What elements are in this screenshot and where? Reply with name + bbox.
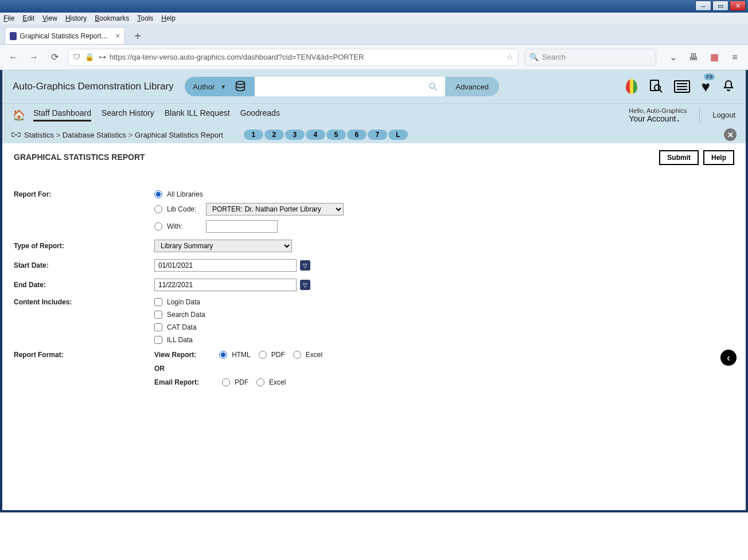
radio-label: Excel	[269, 378, 286, 386]
address-bar[interactable]: 🛡 🔒 ⊶ ☆	[68, 49, 519, 66]
collapse-panel-button[interactable]: ‹	[720, 350, 737, 366]
advanced-search-button[interactable]: Advanced	[445, 77, 499, 96]
window-close-button[interactable]: ✕	[730, 1, 746, 11]
breadcrumb-item[interactable]: Database Statistics	[63, 131, 126, 139]
lists-icon[interactable]	[674, 80, 690, 93]
breadcrumb-item[interactable]: Statistics	[24, 131, 54, 139]
heart-icon[interactable]: ♥F9	[702, 78, 710, 96]
hamburger-icon[interactable]: ≡	[727, 50, 742, 65]
browser-menu-tools[interactable]: Tools	[137, 14, 153, 22]
breadcrumb-row: Statistics > Database Statistics > Graph…	[2, 126, 746, 143]
checkbox-cat-data[interactable]: CAT Data	[154, 323, 205, 331]
type-of-report-label: Type of Report:	[14, 242, 154, 250]
email-radio-excel[interactable]: Excel	[256, 378, 286, 386]
window-minimize-button[interactable]: –	[695, 1, 711, 11]
chain-icon	[11, 131, 21, 138]
app-header: Auto-Graphics Demonstration Library Auth…	[2, 70, 746, 103]
page-button-5[interactable]: 5	[326, 130, 346, 140]
radio-with[interactable]: With:	[154, 222, 201, 230]
nav-tab-goodreads[interactable]: Goodreads	[240, 108, 280, 122]
page-button-6[interactable]: 6	[347, 130, 367, 140]
search-category-label: Author	[193, 83, 215, 91]
svg-line-5	[660, 90, 662, 92]
star-icon[interactable]: ☆	[507, 53, 513, 61]
svg-point-0	[236, 81, 245, 85]
balloon-icon[interactable]	[626, 79, 637, 94]
radio-all-libraries[interactable]: All Libraries	[154, 190, 344, 198]
database-icon[interactable]	[234, 80, 247, 93]
key-icon: ⊶	[99, 53, 105, 61]
checkbox-label: Login Data	[167, 298, 200, 306]
end-date-input[interactable]	[154, 279, 297, 291]
view-radio-excel[interactable]: Excel	[293, 351, 322, 359]
close-breadcrumb-button[interactable]: ✕	[724, 128, 737, 141]
back-button[interactable]: ←	[6, 50, 21, 65]
page-button-L[interactable]: L	[388, 130, 408, 140]
search-category-select[interactable]: Author ▼	[185, 77, 255, 96]
url-input[interactable]	[110, 53, 502, 61]
nav-tab-staff-dashboard[interactable]: Staff Dashboard	[33, 108, 91, 122]
reload-button[interactable]: ⟳	[47, 50, 62, 65]
nav-tab-blank-ill-request[interactable]: Blank ILL Request	[165, 108, 230, 122]
start-date-input[interactable]	[154, 259, 297, 272]
content-includes-label: Content Includes:	[14, 298, 154, 306]
bell-icon[interactable]	[722, 79, 735, 95]
help-button[interactable]: Help	[703, 150, 734, 165]
extension-icon[interactable]: ▦	[707, 50, 722, 65]
browser-menu-bookmarks[interactable]: Bookmarks	[95, 14, 129, 22]
email-radio-pdf[interactable]: PDF	[222, 378, 248, 386]
start-date-picker-button[interactable]: ▽	[300, 260, 310, 271]
print-icon[interactable]: 🖶	[686, 50, 701, 65]
browser-menu-view[interactable]: View	[42, 14, 57, 22]
page-button-7[interactable]: 7	[368, 130, 387, 140]
start-date-label: Start Date:	[14, 261, 154, 269]
view-radio-html[interactable]: HTML	[219, 351, 251, 359]
page-button-4[interactable]: 4	[306, 130, 325, 140]
radio-label: With:	[167, 222, 201, 230]
radio-label: Excel	[306, 351, 322, 359]
app-nav-row: 🏠 Staff DashboardSearch HistoryBlank ILL…	[2, 103, 746, 126]
browser-search-placeholder: Search	[542, 53, 566, 61]
type-of-report-select[interactable]: Library Summary	[154, 240, 292, 252]
nav-tab-search-history[interactable]: Search History	[102, 108, 154, 122]
submit-button[interactable]: Submit	[659, 150, 699, 165]
breadcrumb-separator: >	[54, 131, 63, 139]
checkbox-ill-data[interactable]: ILL Data	[154, 336, 205, 344]
forward-button[interactable]: →	[26, 50, 41, 65]
pocket-icon[interactable]: ⌄	[665, 50, 680, 65]
with-input[interactable]	[206, 220, 278, 233]
lib-code-select[interactable]: PORTER: Dr. Nathan Porter Library	[206, 203, 344, 216]
browser-menu-edit[interactable]: Edit	[22, 14, 34, 22]
browser-menu-file[interactable]: File	[3, 14, 14, 22]
tab-close-icon[interactable]: ×	[115, 32, 120, 40]
radio-lib-code[interactable]: Lib Code:	[154, 205, 201, 213]
browser-toolbar: ← → ⟳ 🛡 🔒 ⊶ ☆ 🔍 Search ⌄ 🖶 ▦ ≡	[0, 45, 748, 70]
browser-search-field[interactable]: 🔍 Search	[524, 49, 656, 66]
opac-search-button[interactable]	[421, 77, 445, 96]
new-tab-button[interactable]: +	[130, 28, 146, 44]
radio-label: All Libraries	[167, 190, 203, 198]
checkbox-label: ILL Data	[167, 336, 193, 344]
window-maximize-button[interactable]: ▭	[712, 1, 728, 11]
email-report-label: Email Report:	[154, 378, 199, 386]
your-account-menu[interactable]: Your Account⌄	[629, 114, 687, 123]
checkbox-login-data[interactable]: Login Data	[154, 298, 205, 306]
page-button-2[interactable]: 2	[264, 130, 284, 140]
view-radio-pdf[interactable]: PDF	[259, 351, 285, 359]
page-button-1[interactable]: 1	[244, 130, 263, 140]
breadcrumb-item[interactable]: Graphical Statistics Report	[135, 131, 223, 139]
browser-tab-active[interactable]: Graphical Statistics Report | TEN… ×	[5, 27, 125, 44]
home-icon[interactable]: 🏠	[13, 109, 25, 122]
page-button-3[interactable]: 3	[285, 130, 305, 140]
end-date-picker-button[interactable]: ▽	[300, 280, 310, 290]
report-format-label: Report Format:	[14, 351, 154, 359]
magnify-doc-icon[interactable]	[649, 79, 663, 95]
browser-menu-history[interactable]: History	[65, 14, 87, 22]
svg-point-1	[430, 83, 435, 88]
checkbox-search-data[interactable]: Search Data	[154, 311, 205, 319]
window-titlebar: – ▭ ✕	[0, 0, 748, 13]
divider	[699, 108, 700, 123]
logout-link[interactable]: Logout	[712, 111, 735, 119]
browser-menu-help[interactable]: Help	[161, 14, 176, 22]
opac-search-input[interactable]	[255, 77, 421, 96]
